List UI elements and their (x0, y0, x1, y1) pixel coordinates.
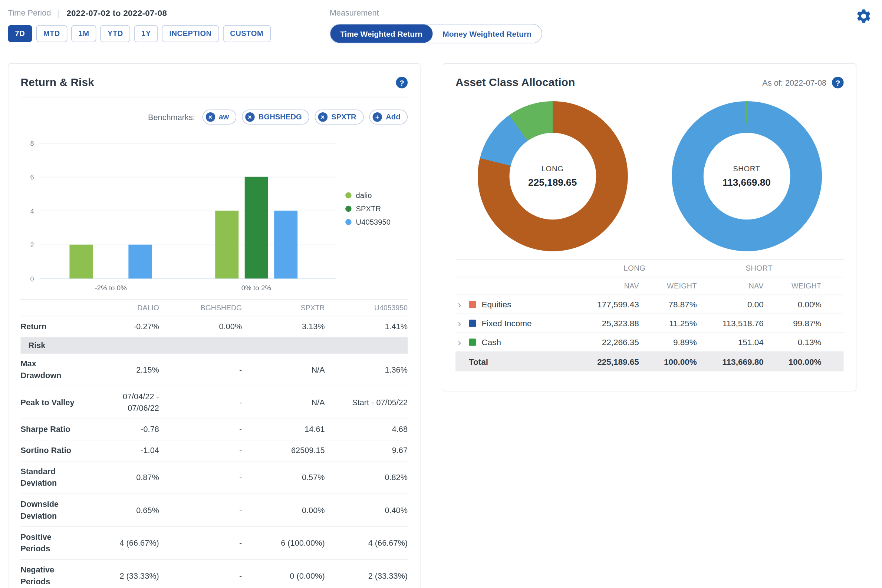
bar-dalio (70, 245, 93, 278)
cell-value: -0.78 (76, 424, 159, 436)
y-tick-label: 6 (30, 174, 34, 181)
y-tick-label: 0 (30, 275, 34, 283)
donut-center-label: LONG (541, 164, 564, 172)
benchmark-chip-aw[interactable]: ×aw (202, 110, 236, 124)
chart-plot: 02468-2% to 0%0% to 2% (39, 144, 337, 279)
asset-class-name: Fixed Income (469, 318, 572, 328)
period-button-1m[interactable]: 1M (71, 25, 96, 42)
return-distribution-chart: 02468-2% to 0%0% to 2% dalioSPXTRU405395… (20, 138, 408, 279)
measurement-toggle: Time Weighted ReturnMoney Weighted Retur… (330, 24, 542, 43)
cell-value: 0.00% (764, 300, 822, 309)
period-buttons: 7DMTD1MYTD1YINCEPTIONCUSTOM (8, 25, 271, 42)
cell-value: 113,518.76 (697, 318, 764, 328)
table-header-cell: SPXTR (242, 304, 325, 312)
cards-area: Return & Risk ? Benchmarks: ×aw×BGHSHEDG… (0, 63, 882, 588)
cell-value: - (159, 537, 242, 549)
settings-gear-icon[interactable] (855, 8, 872, 24)
table-row: Max Drawdown2.15%-N/A1.36% (20, 354, 408, 387)
cell-value: - (159, 445, 242, 457)
expander-chevron-icon[interactable]: › (455, 299, 469, 310)
remove-benchmark-icon[interactable]: × (318, 112, 327, 122)
cell-value: 151.04 (697, 338, 764, 346)
period-button-1y[interactable]: 1Y (134, 25, 158, 42)
benchmark-chip-label: aw (219, 113, 229, 121)
benchmark-chip-spxtr[interactable]: ×SPXTR (314, 110, 364, 124)
alloc-column-header: NAV (572, 282, 639, 290)
alloc-group-header: LONG (572, 264, 697, 272)
period-button-inception[interactable]: INCEPTION (162, 25, 219, 42)
divider (20, 97, 408, 97)
cell-value: 225,189.65 (572, 357, 639, 366)
legend-label: dalio (356, 191, 372, 199)
expander-chevron-icon[interactable]: › (455, 318, 469, 328)
legend-item: SPXTR (345, 204, 408, 212)
row-label: Standard Deviation (20, 466, 76, 489)
period-button-ytd[interactable]: YTD (100, 25, 130, 42)
chart-legend: dalioSPXTRU4053950 (337, 138, 408, 279)
cell-value: 4 (66.67%) (325, 537, 408, 549)
table-row: Peak to Valley07/04/22 - 07/06/22-N/ASta… (20, 386, 408, 419)
time-period-label: Time Period (8, 8, 51, 17)
category-label: 0% to 2% (242, 284, 271, 292)
cell-value: 0.82% (325, 472, 408, 483)
benchmark-chip-label: BGHSHEDG (258, 113, 302, 121)
cell-value: 9.67 (325, 445, 408, 457)
remove-benchmark-icon[interactable]: × (206, 112, 215, 122)
cell-value: - (159, 424, 242, 436)
cell-value: 62509.15 (242, 445, 325, 457)
alloc-table: LONGSHORTNAVWEIGHTNAVWEIGHT›Equities177,… (455, 259, 844, 372)
bar-spxtr (245, 177, 268, 278)
legend-item: dalio (345, 191, 408, 199)
row-label: Negative Periods (20, 564, 76, 588)
cell-value: 0.57% (242, 472, 325, 483)
bar-group (70, 245, 152, 278)
cell-value: 177,599.43 (572, 300, 639, 309)
alloc-column-header: WEIGHT (764, 282, 822, 290)
cell-value: 22,266.35 (572, 338, 639, 346)
alloc-group-header-row: LONGSHORT (455, 259, 844, 278)
cell-value: 4.68 (325, 424, 408, 436)
benchmark-chip-bghshedg[interactable]: ×BGHSHEDG (242, 110, 309, 124)
cell-value: 14.61 (242, 424, 325, 436)
legend-dot (345, 219, 351, 225)
cell-value: N/A (242, 397, 325, 408)
period-button-custom[interactable]: CUSTOM (223, 25, 271, 42)
measurement-option-money-weighted-return[interactable]: Money Weighted Return (433, 24, 541, 43)
cell-value: 0.87% (76, 472, 159, 483)
alloc-row: ›Fixed Income25,323.8811.25%113,518.7699… (455, 314, 844, 333)
benchmark-chip-label: SPXTR (331, 113, 356, 121)
measurement-option-time-weighted-return[interactable]: Time Weighted Return (330, 24, 433, 43)
cell-value: 0.65% (76, 505, 159, 516)
measurement-block: Measurement Time Weighted ReturnMoney We… (330, 6, 542, 44)
cell-value: 2.15% (76, 364, 159, 376)
cell-value: 0 (0.00%) (242, 570, 325, 582)
asset-class-label: Equities (481, 300, 511, 309)
cell-value: 2 (33.33%) (76, 570, 159, 582)
help-icon[interactable]: ? (832, 77, 843, 88)
as-of-label: As of: 2022-07-08 (762, 78, 826, 87)
expander-chevron-icon[interactable]: › (455, 337, 469, 347)
add-benchmark-button[interactable]: +Add (369, 110, 408, 124)
cell-value: - (159, 472, 242, 483)
allocation-donuts: LONG 225,189.65 SHORT 113,669.80 (455, 101, 844, 251)
cell-value: 0.40% (325, 505, 408, 516)
class-color-marker (469, 320, 476, 327)
bar-dalio (215, 211, 239, 278)
y-tick-label: 2 (30, 242, 34, 249)
remove-benchmark-icon[interactable]: × (245, 112, 254, 122)
cell-value: - (159, 505, 242, 516)
asset-class-label: Fixed Income (481, 318, 532, 328)
table-row: Standard Deviation0.87%-0.57%0.82% (20, 462, 408, 495)
cell-value: 0.13% (764, 338, 822, 346)
legend-dot (345, 192, 351, 198)
time-period-value: 2022-07-02 to 2022-07-08 (66, 8, 167, 17)
table-header-cell (20, 304, 76, 312)
alloc-row: ›Equities177,599.4378.87%0.000.00% (455, 295, 844, 314)
period-button-mtd[interactable]: MTD (36, 25, 67, 42)
benchmarks-label: Benchmarks: (148, 113, 195, 122)
cell-value: 0.00% (159, 321, 242, 333)
help-icon[interactable]: ? (396, 77, 408, 88)
spacer (455, 282, 469, 290)
period-button-7d[interactable]: 7D (8, 25, 32, 42)
risk-table: DALIOBGHSHEDGSPXTRU4053950Return-0.27%0.… (20, 299, 408, 588)
